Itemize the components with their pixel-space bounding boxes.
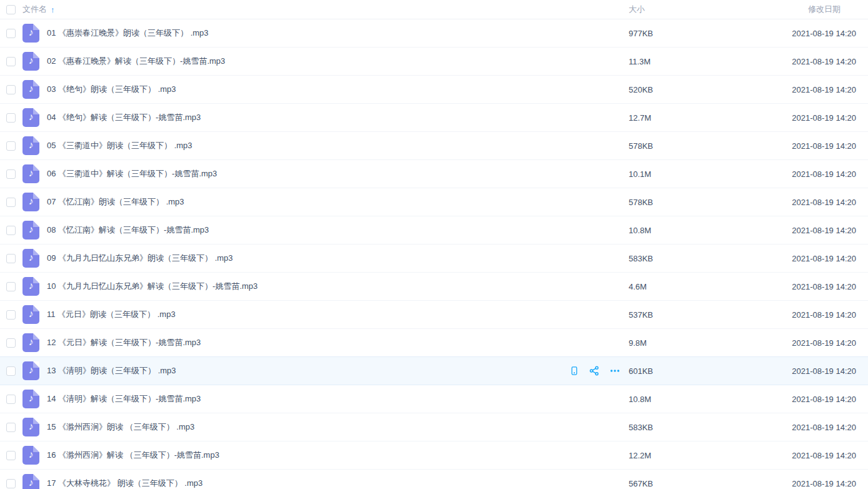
row-checkbox[interactable] [6,282,16,291]
file-size: 578KB [629,198,691,207]
file-icon-cell: ♪ [22,221,47,239]
file-icon-cell: ♪ [22,418,47,436]
row-checkbox[interactable] [6,141,16,151]
file-icon-cell: ♪ [22,24,47,43]
file-name[interactable]: 16 《滁州西涧》解读 （三年级下）-姚雪苗.mp3 [47,450,569,461]
file-icon-cell: ♪ [22,249,47,268]
table-row[interactable]: ♪ 15 《滁州西涧》朗读 （三年级下） .mp3 [0,413,868,441]
more-icon[interactable] [609,365,621,376]
row-checkbox[interactable] [6,451,16,460]
table-row[interactable]: ♪ 14 《清明》解读（三年级下）-姚雪苗.mp3 [0,385,868,413]
file-name[interactable]: 01 《惠崇春江晚景》朗读（三年级下） .mp3 [47,28,569,39]
row-checkbox[interactable] [6,85,16,94]
file-fold-corner [33,164,39,171]
file-icon-cell: ♪ [22,193,47,211]
row-checkbox[interactable] [6,395,16,404]
file-name[interactable]: 06 《三衢道中》解读（三年级下）-姚雪苗.mp3 [47,168,569,179]
audio-file-icon: ♪ [22,80,39,99]
column-header-date[interactable]: 修改日期 [691,4,868,15]
select-all-checkbox[interactable] [6,5,16,14]
file-size: 10.1M [629,169,691,179]
table-row[interactable]: ♪ 17 《大林寺桃花》 朗读（三年级下） .mp3 [0,470,868,489]
table-row[interactable]: ♪ 13 《清明》朗读（三年级下） .mp3 [0,357,868,385]
file-icon-cell: ♪ [22,277,47,296]
row-checkbox[interactable] [6,57,16,66]
table-row[interactable]: ♪ 12 《元日》解读（三年级下）-姚雪苗.mp3 [0,329,868,357]
row-checkbox[interactable] [6,198,16,207]
row-checkbox[interactable] [6,254,16,263]
file-fold-corner [33,52,39,58]
table-row[interactable]: ♪ 11 《元日》朗读（三年级下） .mp3 [0,301,868,329]
file-icon-cell: ♪ [22,474,47,489]
file-name[interactable]: 09 《九月九日忆山东兄弟》朗读（三年级下） .mp3 [47,253,569,264]
file-date: 2021-08-19 14:20 [691,423,868,432]
row-checkbox[interactable] [6,423,16,432]
column-header-filename[interactable]: 文件名 ↑ [22,4,629,15]
table-row[interactable]: ♪ 01 《惠崇春江晚景》朗读（三年级下） .mp3 [0,19,868,48]
file-size: 601KB [629,366,691,376]
table-row[interactable]: ♪ 16 《滁州西涧》解读 （三年级下）-姚雪苗.mp3 [0,441,868,470]
row-checkbox[interactable] [6,113,16,123]
file-date: 2021-08-19 14:20 [691,254,868,263]
file-name[interactable]: 13 《清明》朗读（三年级下） .mp3 [47,365,569,376]
table-row[interactable]: ♪ 04 《绝句》解读（三年级下）-姚雪苗.mp3 [0,104,868,132]
row-checkbox-cell [0,85,22,94]
file-name[interactable]: 11 《元日》朗读（三年级下） .mp3 [47,309,569,320]
row-checkbox[interactable] [6,226,16,235]
list-header: 文件名 ↑ 大小 修改日期 [0,0,868,19]
file-name[interactable]: 02 《惠春江晚景》解读（三年级下）-姚雪苗.mp3 [47,56,569,67]
sort-ascending-icon[interactable]: ↑ [51,5,55,14]
file-size: 578KB [629,141,691,151]
music-note-glyph: ♪ [29,450,34,460]
row-checkbox[interactable] [6,338,16,348]
row-checkbox-cell [0,198,22,207]
row-checkbox-cell [0,366,22,376]
row-checkbox[interactable] [6,29,16,38]
file-name[interactable]: 14 《清明》解读（三年级下）-姚雪苗.mp3 [47,393,569,405]
file-name[interactable]: 15 《滁州西涧》朗读 （三年级下） .mp3 [47,421,569,433]
file-fold-corner [33,418,39,424]
file-fold-corner [33,221,39,227]
file-size: 977KB [629,29,691,38]
file-name[interactable]: 10 《九月九日忆山东兄弟》解读（三年级下）-姚雪苗.mp3 [47,281,569,292]
file-name[interactable]: 08 《忆江南》解读（三年级下）-姚雪苗.mp3 [47,224,569,236]
file-size: 583KB [629,254,691,263]
file-fold-corner [33,333,39,340]
file-date: 2021-08-19 14:20 [691,310,868,320]
music-note-glyph: ♪ [29,56,34,66]
row-checkbox[interactable] [6,366,16,376]
file-name[interactable]: 12 《元日》解读（三年级下）-姚雪苗.mp3 [47,337,569,348]
file-name[interactable]: 03 《绝句》朗读（三年级下） .mp3 [47,84,569,95]
table-row[interactable]: ♪ 10 《九月九日忆山东兄弟》解读（三年级下）-姚雪苗.mp3 [0,273,868,301]
file-name[interactable]: 05 《三衢道中》朗读（三年级下） .mp3 [47,140,569,151]
file-date: 2021-08-19 14:20 [691,395,868,404]
table-row[interactable]: ♪ 09 《九月九日忆山东兄弟》朗读（三年级下） .mp3 [0,245,868,273]
table-row[interactable]: ♪ 07 《忆江南》朗读（三年级下） .mp3 [0,188,868,216]
table-row[interactable]: ♪ 05 《三衢道中》朗读（三年级下） .mp3 [0,132,868,160]
table-row[interactable]: ♪ 03 《绝句》朗读（三年级下） .mp3 [0,76,868,104]
audio-file-icon: ♪ [22,193,39,211]
file-fold-corner [33,361,39,368]
file-name[interactable]: 07 《忆江南》朗读（三年级下） .mp3 [47,196,569,208]
audio-file-icon: ♪ [22,333,39,352]
file-size: 9.8M [629,338,691,348]
send-to-device-icon[interactable] [569,365,579,376]
audio-file-icon: ♪ [22,164,39,183]
table-row[interactable]: ♪ 02 《惠春江晚景》解读（三年级下）-姚雪苗.mp3 [0,48,868,76]
row-checkbox[interactable] [6,310,16,320]
row-checkbox[interactable] [6,479,16,488]
file-name[interactable]: 17 《大林寺桃花》 朗读（三年级下） .mp3 [47,478,569,489]
row-checkbox-cell [0,479,22,488]
music-note-glyph: ♪ [29,309,34,319]
column-header-size[interactable]: 大小 [629,4,691,15]
file-icon-cell: ♪ [22,52,47,71]
row-checkbox-cell [0,254,22,263]
music-note-glyph: ♪ [29,140,34,150]
share-icon[interactable] [589,365,600,376]
table-row[interactable]: ♪ 08 《忆江南》解读（三年级下）-姚雪苗.mp3 [0,216,868,245]
size-column-label: 大小 [629,4,645,14]
row-checkbox-cell [0,310,22,320]
file-name[interactable]: 04 《绝句》解读（三年级下）-姚雪苗.mp3 [47,112,569,123]
row-checkbox[interactable] [6,169,16,179]
table-row[interactable]: ♪ 06 《三衢道中》解读（三年级下）-姚雪苗.mp3 [0,160,868,188]
